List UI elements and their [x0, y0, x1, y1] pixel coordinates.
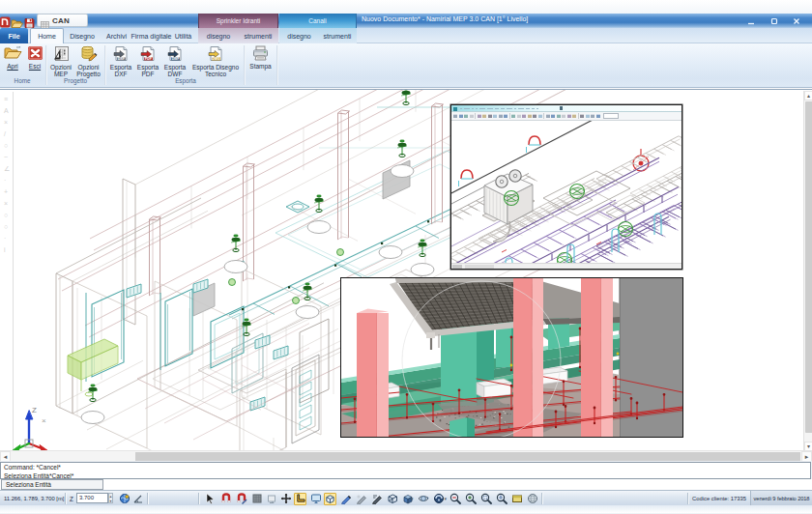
viewport-tool-icon[interactable]	[470, 114, 474, 118]
command-input[interactable]	[104, 479, 812, 490]
globe-icon[interactable]	[526, 493, 538, 505]
monitor-icon[interactable]	[309, 493, 322, 505]
viewport-tool-icon[interactable]	[586, 114, 590, 118]
viewport-tool-icon[interactable]	[557, 114, 561, 118]
tab-firma-digitale[interactable]: Firma digitale	[134, 28, 168, 43]
tab-archivi[interactable]: Archivi	[101, 28, 132, 43]
solid-box-icon[interactable]	[324, 493, 336, 505]
world-icon[interactable]	[118, 493, 130, 505]
dropdown-arrow-icon[interactable]: ▾	[445, 497, 449, 500]
viewport-tool-icon[interactable]	[551, 114, 555, 118]
z-label: Z	[70, 496, 73, 502]
viewport-tool-icon[interactable]	[499, 114, 503, 118]
opzioni-mep-button[interactable]: Opzioni MEP	[47, 45, 74, 77]
dropdown-arrow-icon[interactable]: ▾	[411, 497, 415, 500]
viewport-tool-icon[interactable]	[453, 114, 457, 118]
scroll-down-arrow[interactable]: ▾	[804, 442, 812, 450]
tab-sprinkler-disegno[interactable]: disegno	[200, 28, 237, 43]
z-input[interactable]: 3.700	[76, 493, 108, 503]
viewport-tool-icon[interactable]	[488, 114, 492, 118]
viewport-tool-icon[interactable]	[591, 114, 594, 118]
viewport-tool-icon[interactable]	[493, 114, 497, 118]
maximize-button[interactable]	[767, 15, 782, 26]
esporta-pdf-button[interactable]: PDFEsporta PDF	[134, 45, 161, 77]
command-history[interactable]: Command: *Cancel* Seleziona Entità*Cance…	[0, 462, 811, 479]
viewport-tool-icon[interactable]	[511, 114, 515, 118]
tab-disegno[interactable]: Disegno	[66, 28, 99, 43]
close-button[interactable]	[789, 15, 804, 26]
viewport-tool-icon[interactable]	[567, 114, 571, 118]
viewport-tool-icon[interactable]	[504, 114, 508, 118]
esporta-disegno-tecnico-button[interactable]: DWGEsporta Disegno Tecnico	[189, 45, 242, 77]
angle-icon[interactable]	[131, 493, 144, 505]
viewport-tool-icon[interactable]	[517, 114, 521, 118]
viewport-tool-icon[interactable]	[546, 114, 550, 118]
vertical-scrollbar[interactable]: ▴ ▾	[803, 91, 812, 450]
horizontal-scroll-thumb[interactable]	[135, 452, 800, 462]
move-cross-icon[interactable]	[279, 493, 292, 505]
contextual-group-sprinkler-idranti: Sprinkler Idranti	[198, 14, 278, 28]
vertical-scroll-thumb[interactable]	[805, 101, 812, 433]
z-spinner[interactable]: ▴▾	[108, 493, 113, 503]
viewport-combo[interactable]	[603, 113, 619, 119]
viewport-tool-icon[interactable]	[562, 114, 566, 118]
tab-canali-disegno[interactable]: disegno	[281, 28, 317, 43]
open-folder-icon	[3, 45, 22, 61]
render-disk-icon[interactable]	[432, 493, 445, 505]
zoom-in-icon[interactable]	[464, 493, 477, 505]
select-cursor-icon[interactable]	[204, 493, 217, 505]
ghost-box-icon[interactable]	[265, 493, 277, 505]
viewport-tool-icon[interactable]	[580, 114, 584, 118]
zoom-window-icon[interactable]	[479, 493, 492, 505]
viewport-tool-icon[interactable]	[538, 114, 542, 118]
qat-save-button[interactable]	[24, 15, 36, 27]
tab-canali-strumenti[interactable]: strumenti	[318, 28, 357, 43]
image-frame-icon[interactable]	[510, 493, 523, 505]
zoom-out-icon[interactable]	[449, 493, 461, 505]
tab-home[interactable]: Home	[30, 28, 64, 43]
viewport-title-bar[interactable]	[451, 105, 682, 112]
esporta-dwf-button[interactable]: DWFEsporta DWF	[161, 45, 188, 77]
snap-magnet-icon[interactable]	[219, 493, 232, 505]
opzioni-progetto-button[interactable]: Opzioni Progetto	[73, 45, 103, 77]
viewport-tool-icon[interactable]	[533, 114, 536, 118]
orbit-ring-icon[interactable]	[417, 493, 429, 505]
viewport-tool-icon[interactable]	[478, 114, 481, 118]
viewport-scroll-thumb[interactable]	[452, 265, 462, 269]
viewport-tool-icon[interactable]	[596, 114, 600, 118]
scroll-up-arrow[interactable]: ▴	[804, 91, 812, 100]
zoom-dynamic-icon[interactable]	[495, 493, 508, 505]
tab-file[interactable]: File	[0, 28, 28, 43]
apri-button-label: Apri	[7, 63, 18, 70]
snap-edit-magnet-icon[interactable]	[235, 493, 247, 505]
ribbon-group-separator	[276, 45, 278, 85]
viewport-tool-icon[interactable]	[459, 114, 463, 118]
qat-open-button[interactable]	[11, 15, 22, 27]
viewport-drawing[interactable]	[451, 121, 682, 263]
grid-icon[interactable]	[250, 493, 263, 505]
apri-button[interactable]: Apri	[0, 45, 25, 70]
wire-cube-icon[interactable]	[386, 493, 398, 505]
minimize-button[interactable]	[743, 15, 759, 26]
horizontal-scrollbar[interactable]: ◂ ▸	[0, 450, 812, 461]
stampa-button[interactable]: Stampa	[246, 45, 276, 70]
viewport-tool-icon[interactable]	[522, 114, 526, 118]
draw-pencil-dark-icon[interactable]	[370, 493, 383, 505]
viewport-window-render[interactable]	[340, 277, 683, 438]
viewport-tool-icon[interactable]	[464, 114, 468, 118]
viewport-window-sprinkler[interactable]	[450, 104, 682, 270]
esporta-dxf-button[interactable]: DXFEsporta DXF	[107, 45, 134, 77]
tab-utilita[interactable]: Utilità	[170, 28, 196, 43]
draw-pencil-gray-icon[interactable]	[355, 493, 367, 505]
workspace-combo[interactable]: CAN	[37, 14, 88, 27]
stampa-button-label: Stampa	[249, 63, 271, 70]
viewport-tool-icon[interactable]	[482, 114, 486, 118]
draw-pencil-blue-icon[interactable]	[339, 493, 352, 505]
viewport-scrollbar[interactable]	[451, 263, 682, 269]
drawing-canvas[interactable]: ≡A×/○~∠·+×○○·iZ× ▴ ▾	[0, 89, 812, 450]
viewport-tool-icon[interactable]	[528, 114, 532, 118]
viewport-tool-icon[interactable]	[572, 114, 576, 118]
ortho-ruler-icon[interactable]	[294, 493, 306, 505]
esci-button[interactable]: Esci	[24, 45, 45, 70]
tab-sprinkler-strumenti[interactable]: strumenti	[238, 28, 278, 43]
